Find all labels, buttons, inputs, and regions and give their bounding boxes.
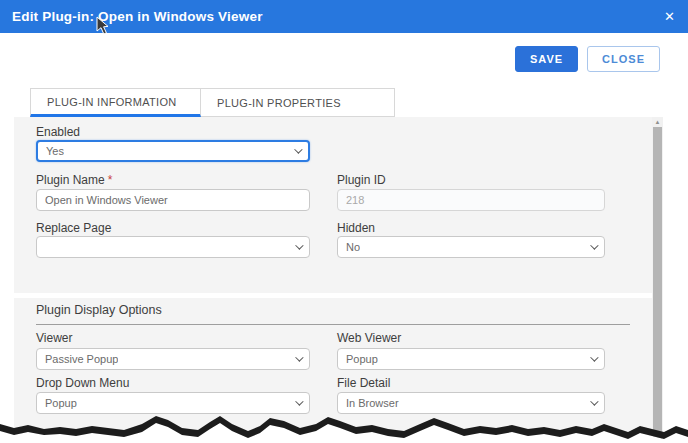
web-viewer-label: Web Viewer (337, 331, 401, 345)
tab-plugin-information[interactable]: PLUG-IN INFORMATION (30, 88, 201, 117)
chevron-down-icon (295, 353, 303, 361)
tab-bar: PLUG-IN INFORMATION PLUG-IN PROPERTIES (30, 88, 395, 117)
replace-page-label: Replace Page (36, 221, 111, 235)
tab-plugin-properties[interactable]: PLUG-IN PROPERTIES (201, 88, 395, 117)
display-options-section-title: Plugin Display Options (36, 303, 630, 325)
drop-down-menu-label: Drop Down Menu (36, 376, 129, 390)
web-viewer-value: Popup (346, 353, 378, 365)
hidden-select[interactable]: No (337, 236, 605, 258)
scroll-up-icon[interactable]: ▲ (652, 118, 663, 127)
hidden-value: No (346, 241, 360, 253)
viewer-label: Viewer (36, 331, 72, 345)
scrollbar-thumb[interactable] (653, 127, 662, 443)
enabled-value: Yes (46, 145, 64, 157)
plugin-id-label: Plugin ID (337, 173, 386, 187)
file-detail-label: File Detail (337, 376, 390, 390)
mouse-cursor-icon (96, 16, 110, 36)
chevron-down-icon (295, 241, 303, 249)
enabled-select[interactable]: Yes (36, 140, 310, 162)
dialog-actions: SAVE CLOSE (515, 46, 660, 72)
viewer-value: Passive Popup (45, 353, 118, 365)
chevron-down-icon (294, 145, 302, 153)
replace-page-select[interactable] (36, 236, 310, 258)
viewer-select[interactable]: Passive Popup (36, 348, 310, 370)
plugin-id-input (337, 189, 605, 211)
chevron-down-icon (590, 353, 598, 361)
chevron-down-icon (590, 397, 598, 405)
dialog-title: Edit Plug-in: Open in Windows Viewer (0, 9, 263, 24)
enabled-label: Enabled (36, 125, 80, 139)
plugin-name-input[interactable] (36, 189, 310, 211)
edit-plugin-dialog: Edit Plug-in: Open in Windows Viewer ✕ S… (0, 0, 688, 443)
close-icon[interactable]: ✕ (664, 0, 675, 33)
hidden-label: Hidden (337, 221, 375, 235)
torn-edge-decoration (0, 408, 688, 443)
required-asterisk: * (108, 173, 113, 187)
save-button[interactable]: SAVE (515, 46, 578, 72)
plugin-name-label: Plugin Name* (36, 173, 112, 187)
chevron-down-icon (590, 241, 598, 249)
web-viewer-select[interactable]: Popup (337, 348, 605, 370)
vertical-scrollbar[interactable]: ▲ (652, 117, 663, 443)
close-button[interactable]: CLOSE (587, 46, 660, 72)
chevron-down-icon (295, 397, 303, 405)
